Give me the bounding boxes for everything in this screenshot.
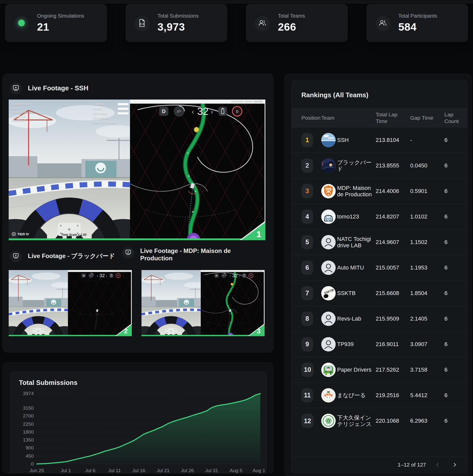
team-avatar (321, 337, 336, 351)
control-mode-button[interactable] (117, 107, 129, 110)
camera-mode-button[interactable] (117, 103, 129, 105)
svg-text:‹: ‹ (97, 274, 98, 278)
position-badge: 4 (301, 210, 313, 224)
stats-row: Ongoing Simulations 21 Total Submissions… (5, 4, 468, 42)
position-badge: 8 (301, 312, 313, 326)
live-feed-2-title: Live Footage - ブラックバード (28, 250, 115, 260)
gap-time-value: 0.5901 (410, 188, 444, 194)
ranking-row[interactable]: 4 tomo123 214.8207 1.0102 6 (292, 204, 467, 229)
svg-text:1800: 1800 (23, 429, 34, 435)
svg-text:A: A (328, 420, 329, 422)
svg-text:D: D (162, 108, 165, 114)
gear-readout: Gear DRIVE (93, 116, 109, 120)
ranking-row[interactable]: 9 TP939 216.9011 3.0907 6 (292, 332, 467, 357)
total-lap-time-value: 216.9011 (376, 341, 410, 348)
lap-count-value: 6 (444, 418, 467, 424)
svg-text:D: D (83, 274, 85, 277)
total-lap-time-value: 215.6608 (376, 290, 410, 297)
col-gap-time: Gap Time (410, 115, 444, 121)
team-avatar: MDP (321, 184, 336, 198)
stat-value: 3,973 (158, 21, 199, 33)
ranking-row[interactable]: 3 MDP MDP: Maison de Production 214.4006… (292, 178, 467, 204)
team-avatar (321, 235, 336, 249)
page-top-edge (0, 0, 473, 3)
live-video-feed-2[interactable]: D 27° ‹ 32 › 0 2 (9, 270, 132, 336)
team-name: 下大久保インテリジェンス (337, 414, 376, 427)
team-avatar (321, 388, 336, 402)
svg-text:900: 900 (26, 445, 34, 450)
svg-text:Jun 25: Jun 25 (29, 468, 44, 473)
speed-readout: Speed 32.48 km/h (93, 120, 116, 125)
stat-value: 584 (398, 21, 437, 33)
position-badge: 6 (301, 261, 313, 275)
total-lap-time-value: 215.9509 (376, 315, 410, 322)
rankings-header-row: Position Team Total Lap Time Gap Time La… (292, 108, 467, 127)
svg-text:0: 0 (236, 109, 238, 114)
ranking-row[interactable]: 2 ブラックバード 213.8555 0.0450 6 (292, 153, 467, 178)
svg-text:1350: 1350 (23, 437, 34, 443)
total-submissions-panel: Total Submissions 0450900135018002250270… (3, 362, 274, 473)
svg-text:Aug 10: Aug 10 (253, 468, 265, 473)
stat-card-total-participants: Total Participants 584 (366, 4, 468, 42)
lap-count-value: 6 (444, 290, 467, 297)
live-video-feed-1[interactable]: D 27° ‹ 32 › 0 Session 105.19 Laps: 1 Ti… (9, 100, 265, 240)
ranking-row[interactable]: 11 まなびーる 219.2516 5.4412 6 (292, 383, 467, 408)
ranking-row[interactable]: 10 Paper Drivers 217.5262 3.7158 6 (292, 357, 467, 383)
total-lap-time-value: 213.8104 (376, 137, 410, 143)
ranking-row[interactable]: 12 A 下大久保インテリジェンス 220.1068 6.2963 6 (292, 408, 467, 434)
live-feed-1-title: Live Footage - SSH (28, 82, 88, 92)
stat-card-ongoing-simulations: Ongoing Simulations 21 (5, 4, 107, 42)
svg-text:›: › (239, 274, 240, 278)
position-badge: 11 (301, 388, 313, 402)
track-map-view: D 27° ‹ 32 › 0 (130, 100, 265, 240)
lap-count-value: 6 (444, 341, 467, 348)
rankings-panel: Rankings (All Teams) Position Team Total… (284, 74, 472, 476)
lap-count-value: 6 (444, 264, 467, 271)
control-label: Control (93, 107, 102, 111)
gap-time-value: 3.0907 (410, 341, 444, 348)
position-badge: 1 (301, 133, 313, 147)
telemetry-overlay: Session 105.19 Laps: 1 Time 20.79 Sectio… (12, 102, 31, 123)
svg-text:3974: 3974 (23, 391, 34, 396)
stat-label: Total Participants (398, 13, 437, 19)
use-image-label: Use Image: (93, 111, 107, 115)
stat-label: Total Teams (278, 13, 305, 19)
progress-bar (141, 335, 265, 336)
svg-text:›: › (106, 274, 107, 278)
col-total-lap-time: Total Lap Time (376, 111, 403, 125)
camera-controls-overlay: Camera Control Use Image: Gear DRIVE Spe… (93, 102, 129, 125)
camera-view (9, 270, 68, 336)
ranking-row[interactable]: 5 NATC Tochigi drive LAB 214.9607 1.1502… (292, 229, 467, 255)
svg-text:Aug 5: Aug 5 (230, 468, 242, 473)
col-team: Team (321, 115, 376, 121)
pagination-range-label: 1–12 of 127 (398, 462, 426, 468)
total-lap-time-value: 219.2516 (376, 392, 410, 399)
live-feed-1-header: Live Footage - SSH (9, 82, 88, 94)
status-dot-icon (13, 15, 30, 31)
svg-text:32: 32 (232, 273, 238, 278)
timescale-readout: Time Scale x 1.00 (61, 233, 86, 237)
ranking-row[interactable]: 6 Auto MITU 215.0057 1.1953 6 (292, 255, 467, 280)
live-video-feed-3[interactable]: D 27° ‹ 32 › 0 3 (141, 270, 265, 336)
file-code-icon (134, 15, 150, 31)
next-page-button[interactable] (450, 460, 460, 470)
team-avatar (321, 363, 336, 377)
position-badge: 9 (301, 337, 313, 351)
ranking-row[interactable]: 1 SSH 213.8104 - 6 (292, 127, 467, 153)
gap-time-value: 5.4412 (410, 392, 444, 399)
position-badge: 10 (301, 363, 314, 377)
team-avatar (321, 158, 336, 173)
svg-text:32: 32 (197, 106, 208, 117)
submissions-chart: 0450900135018002250270031503974Jun 25Jul… (13, 390, 265, 473)
use-image-button[interactable] (117, 112, 129, 115)
ranking-row[interactable]: 7 SSKTB SSKTB 215.6608 1.8504 6 (292, 280, 467, 306)
lap-count-value: 6 (444, 162, 467, 169)
svg-text:3150: 3150 (23, 405, 34, 411)
team-name: Paper Drivers (337, 367, 376, 373)
previous-page-button[interactable] (433, 460, 443, 470)
gap-time-value: 1.1953 (410, 264, 444, 271)
video-play-icon (122, 246, 135, 259)
ranking-row[interactable]: 8 Revs-Lab 215.9509 2.1405 6 (292, 306, 467, 332)
rankings-rows: 1 SSH 213.8104 - 6 2 ブラックバード 213.8555 0.… (292, 127, 467, 434)
lap-count-value: 6 (444, 188, 467, 194)
